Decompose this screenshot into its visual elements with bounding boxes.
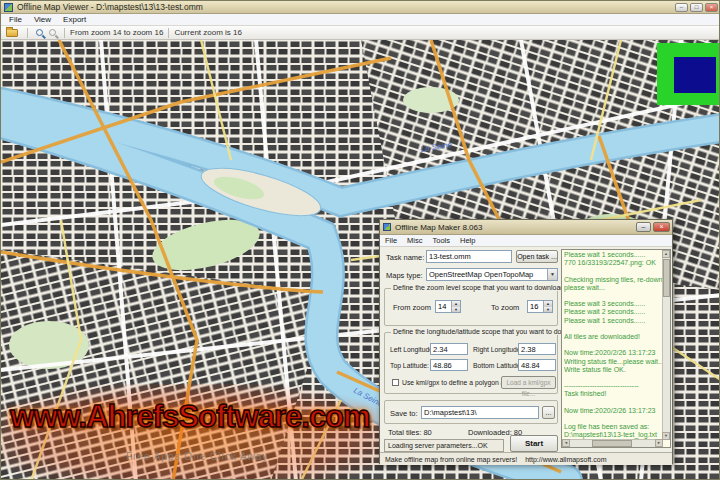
watermark-text: www.AhrefsSoftware.com: [1, 399, 379, 435]
log-line: please wait...: [564, 284, 662, 292]
maps-type-label: Maps type:: [386, 271, 423, 280]
zoom-in-icon[interactable]: [36, 29, 43, 36]
log-line: All tiles are downloaded!: [564, 333, 662, 341]
load-kml-button: Load a kml/gpx file...: [501, 376, 556, 389]
browse-button[interactable]: ...: [542, 406, 555, 419]
maximize-button[interactable]: □: [690, 3, 703, 12]
spin-down-icon[interactable]: ▼: [543, 307, 552, 313]
dialog-menu-item[interactable]: Misc: [402, 236, 427, 245]
log-line: [564, 292, 662, 300]
chevron-down-icon[interactable]: ▼: [547, 269, 557, 280]
from-zoom-label: From zoom: [393, 303, 431, 312]
log-line: Now time:2020/2/26 13:17:23: [564, 349, 662, 357]
dialog-menu-item[interactable]: File: [380, 236, 402, 245]
log-line: --------------------------------: [564, 382, 662, 390]
horizontal-scrollbar[interactable]: ◄ ►: [562, 439, 663, 447]
log-line: Log file has been saved as:: [564, 423, 662, 431]
area-scope-title: Define the longitude/latitude scope that…: [391, 328, 586, 335]
kml-checkbox-label: Use kml/gpx to define a polygon area: [402, 379, 514, 386]
log-lines: Please wait 1 seconds......770 16/33193/…: [564, 251, 662, 439]
dialog-app-icon: [383, 223, 391, 231]
from-zoom-stepper[interactable]: 14 ▲▼: [435, 300, 461, 313]
dialog-menubar: FileMiscToolsHelp: [380, 235, 672, 247]
log-panel[interactable]: Please wait 1 seconds......770 16/33193/…: [561, 249, 671, 448]
screen: La Seine La Seine Offline Map Viewer - D…: [0, 0, 720, 480]
dialog-close-button[interactable]: ×: [653, 222, 670, 232]
scroll-down-icon[interactable]: ▼: [662, 432, 670, 440]
log-line: Checking missing tiles, re-download them…: [564, 276, 662, 284]
log-line: Now time:2020/2/26 13:17:23: [564, 407, 662, 415]
log-line: Please wait 1 seconds......: [564, 317, 662, 325]
dialog-title: Offline Map Maker 8.063: [395, 223, 482, 232]
current-zoom-label: Current zoom is 16: [174, 28, 242, 37]
to-zoom-stepper[interactable]: 16 ▲▼: [527, 300, 553, 313]
log-line: [564, 267, 662, 275]
log-line: Writing status file...please wait...: [564, 358, 662, 366]
save-to-label: Save to:: [390, 409, 418, 418]
maps-type-value: OpenStreetMap OpenTopoMap: [429, 270, 533, 279]
log-line: D:\mapstest\13\13-test_log.txt: [564, 431, 662, 439]
statusbar-link[interactable]: http://www.allmapsoft.com: [525, 456, 606, 463]
log-line: Please wait 3 seconds......: [564, 300, 662, 308]
task-name-input[interactable]: [426, 250, 512, 263]
statusbar-text: Make offline map from online map servers…: [385, 456, 517, 463]
log-line: [564, 415, 662, 423]
scrollbar-thumb[interactable]: [663, 259, 670, 297]
vertical-scrollbar[interactable]: ▲ ▼: [662, 250, 670, 440]
task-name-label: Task name:: [386, 253, 424, 262]
dialog-menu-item[interactable]: Help: [455, 236, 480, 245]
dialog-minimize-button[interactable]: –: [636, 222, 651, 232]
log-line: [564, 341, 662, 349]
save-to-input[interactable]: [421, 406, 539, 419]
offline-map-maker-dialog: Offline Map Maker 8.063 – × FileMiscTool…: [379, 219, 673, 464]
bottom-latitude-label: Bottom Latitude:: [473, 362, 523, 369]
log-line: [564, 325, 662, 333]
viewer-menubar: FileViewExport: [1, 14, 720, 26]
navy-overlay: [674, 57, 716, 93]
area-scope-group: Define the longitude/latitude scope that…: [384, 332, 558, 394]
app-icon: [4, 3, 13, 12]
start-button[interactable]: Start: [510, 435, 558, 452]
right-longitude-input[interactable]: [518, 343, 556, 355]
log-line: Please wait 2 seconds......: [564, 308, 662, 316]
log-line: Write status file OK.: [564, 366, 662, 374]
log-line: 770 16/33193/22547.png: OK: [564, 259, 662, 267]
top-latitude-input[interactable]: [430, 359, 468, 371]
scrollbar-thumb[interactable]: [592, 440, 632, 447]
window-title: Offline Map Viewer - D:\mapstest\13\13-t…: [17, 2, 203, 12]
menu-item[interactable]: Export: [57, 15, 92, 24]
top-latitude-label: Top Latitude:: [390, 362, 429, 369]
spin-down-icon[interactable]: ▼: [451, 307, 460, 313]
dialog-statusbar: Make offline map from online map servers…: [380, 452, 672, 465]
log-line: [564, 399, 662, 407]
dialog-menu-item[interactable]: Tools: [428, 236, 456, 245]
scroll-left-icon[interactable]: ◄: [562, 439, 570, 447]
left-longitude-label: Left Longitude:: [390, 346, 435, 353]
green-overlay: [657, 43, 720, 105]
log-line: Please wait 1 seconds......: [564, 251, 662, 259]
dialog-titlebar[interactable]: Offline Map Maker 8.063 – ×: [380, 220, 672, 235]
progress-status: Loading server parameters...OK: [384, 439, 504, 452]
menu-item[interactable]: View: [28, 15, 57, 24]
menu-item[interactable]: File: [3, 15, 28, 24]
log-line: [564, 374, 662, 382]
left-longitude-input[interactable]: [430, 343, 468, 355]
right-longitude-label: Right Longitude:: [473, 346, 523, 353]
bottom-latitude-input[interactable]: [518, 359, 556, 371]
to-zoom-label: To zoom: [491, 303, 519, 312]
maps-type-select[interactable]: OpenStreetMap OpenTopoMap ▼: [426, 268, 558, 281]
zoom-range-label: From zoom 14 to zoom 16: [70, 28, 163, 37]
scroll-right-icon[interactable]: ►: [655, 439, 663, 447]
scroll-up-icon[interactable]: ▲: [662, 250, 670, 258]
total-tiles-label: Total tiles: 80: [388, 428, 432, 437]
kml-checkbox[interactable]: [392, 379, 399, 386]
close-button[interactable]: ×: [705, 3, 718, 12]
zoom-scope-title: Define the zoom level scope that you wan…: [391, 284, 566, 291]
open-folder-icon[interactable]: [6, 29, 18, 37]
viewer-titlebar[interactable]: Offline Map Viewer - D:\mapstest\13\13-t…: [1, 1, 720, 14]
watermark-subtext: Free Apps One Click Away: [126, 451, 268, 462]
open-task-button[interactable]: Open task ...: [516, 250, 558, 263]
zoom-out-icon: [49, 29, 56, 36]
viewer-toolbar: From zoom 14 to zoom 16 Current zoom is …: [1, 26, 720, 40]
minimize-button[interactable]: –: [675, 3, 688, 12]
